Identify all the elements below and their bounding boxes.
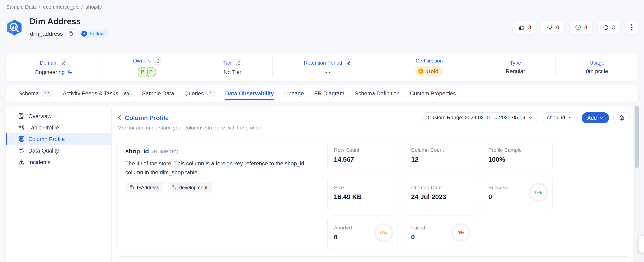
sidebar-item-table-profile[interactable]: Table Profile xyxy=(6,122,112,133)
type-label: Type xyxy=(510,60,521,66)
metric-created-date: Created Date 24 Jul 2023 xyxy=(404,176,475,209)
back-to-profiles[interactable]: Column Profile xyxy=(118,114,169,121)
breadcrumb: Sample Data / ecommerce_db / shopify xyxy=(6,4,102,10)
edit-tier-button[interactable] xyxy=(234,59,242,66)
domain-hierarchy-icon xyxy=(67,70,72,75)
overview-icon xyxy=(18,113,25,119)
tab-schema-definition[interactable]: Schema Definition xyxy=(355,85,400,102)
metric-profile-sample: Profile Sample 100% xyxy=(482,141,553,170)
summary-tier: Tier No Tier xyxy=(192,53,273,81)
entity-name-row: dim_address ★ Follow xyxy=(30,29,108,38)
tag-development[interactable]: development xyxy=(168,182,212,192)
copy-button[interactable] xyxy=(66,29,75,38)
tab-activity-feeds[interactable]: Activity Feeds & Tasks60 xyxy=(63,85,132,102)
tag-icon xyxy=(130,185,134,190)
observability-panel: Overview Table Profile Column Profile xyxy=(6,107,633,262)
tab-schema[interactable]: Schema12 xyxy=(18,85,52,102)
breadcrumb-separator: / xyxy=(39,4,40,10)
data-quality-icon xyxy=(18,147,25,154)
success-percent-ring: 0% xyxy=(529,183,548,202)
retention-label: Retention Period xyxy=(304,60,342,66)
column-summary-card: shop_id (NUMERIC) The ID of the store. T… xyxy=(118,141,327,250)
metric-aborted: Aborted 0 0% xyxy=(327,215,398,250)
tab-er-diagram[interactable]: ER Diagram xyxy=(314,85,344,102)
chevron-down-icon xyxy=(600,116,603,119)
summary-usage: Usage 0th pctile xyxy=(556,53,638,81)
metric-success: Success 0 0% xyxy=(482,176,553,209)
domain-value[interactable]: Engineering xyxy=(35,69,72,75)
sidebar-item-overview[interactable]: Overview xyxy=(6,110,112,122)
page-title: Dim Address xyxy=(30,17,81,26)
tab-queries[interactable]: Queries1 xyxy=(184,85,215,102)
column-selector-dropdown[interactable]: shop_id xyxy=(542,112,578,123)
bigquery-service-icon xyxy=(6,19,23,36)
chevron-left-icon xyxy=(118,115,121,121)
sidebar-item-label: Incidents xyxy=(28,159,50,165)
upvote-button[interactable]: 8 xyxy=(513,21,536,34)
metric-column-count: Column Count 12 xyxy=(404,141,475,170)
settings-button[interactable] xyxy=(613,112,630,123)
sidebar-item-data-quality[interactable]: Data Quality xyxy=(6,145,112,156)
sidebar-item-label: Overview xyxy=(28,113,51,119)
incidents-warning-icon xyxy=(18,159,25,165)
summary-domain: Domain Engineering xyxy=(6,53,102,81)
avatar[interactable]: P xyxy=(138,67,148,77)
tag-label: development xyxy=(179,184,208,190)
watch-button[interactable]: 8 xyxy=(569,21,593,34)
thumbs-up-icon xyxy=(518,24,526,31)
kebab-icon xyxy=(631,24,632,31)
tab-data-observability[interactable]: Data Observability xyxy=(225,85,274,102)
more-options-button[interactable] xyxy=(625,21,638,34)
observability-sidebar: Overview Table Profile Column Profile xyxy=(6,107,112,262)
scrollbar-thumb[interactable] xyxy=(634,106,639,168)
owners-label: Owners xyxy=(133,58,151,64)
tag-ipaddress[interactable]: IPAddress xyxy=(125,182,164,192)
breadcrumb-item-database[interactable]: ecommerce_db xyxy=(43,4,78,10)
tab-custom-properties[interactable]: Custom Properties xyxy=(410,85,456,102)
column-description: The ID of the store. This column is a fo… xyxy=(125,159,321,177)
breadcrumb-item-schema[interactable]: shopify xyxy=(86,4,102,10)
pencil-icon xyxy=(154,58,159,63)
tier-label: Tier xyxy=(223,60,232,66)
edit-retention-button[interactable] xyxy=(344,59,352,66)
downvote-button[interactable]: 0 xyxy=(541,21,564,34)
breadcrumb-separator: / xyxy=(81,4,83,10)
sidebar-item-label: Column Profile xyxy=(28,136,65,142)
failed-percent-ring: 0% xyxy=(451,223,470,242)
version-history-button[interactable]: 3 xyxy=(597,21,620,34)
tab-lineage[interactable]: Lineage xyxy=(284,85,304,102)
header-actions: 8 0 8 3 xyxy=(513,21,639,34)
summary-owners: Owners P P xyxy=(102,53,192,81)
column-data-type: (NUMERIC) xyxy=(152,149,178,154)
gold-medal-icon: ★ xyxy=(418,68,424,74)
column-profile-main: Column Profile Custom Range: 2024-02-01 … xyxy=(112,107,633,262)
version-refresh-icon xyxy=(602,24,609,31)
type-value: Regular xyxy=(506,68,525,74)
certification-label: Certification xyxy=(416,58,443,64)
certification-badge: ★ Gold xyxy=(415,66,443,76)
metric-failed: Failed 0 0% xyxy=(404,215,475,250)
date-range-dropdown[interactable]: Custom Range: 2024-02-01 → 2025-05-19 xyxy=(422,112,538,123)
tier-value: No Tier xyxy=(224,69,242,75)
pencil-icon xyxy=(346,60,350,65)
certification-value: Gold xyxy=(426,68,438,74)
sidebar-item-column-profile[interactable]: Column Profile xyxy=(6,133,112,145)
entity-summary-card: Domain Engineering Owners xyxy=(6,53,638,81)
downvote-count: 0 xyxy=(556,24,559,30)
follow-star-icon: ★ xyxy=(82,31,87,36)
watch-count: 8 xyxy=(584,24,587,30)
copy-icon xyxy=(68,31,74,36)
edit-domain-button[interactable] xyxy=(60,59,68,66)
tag-icon xyxy=(172,185,177,190)
edit-owners-button[interactable] xyxy=(153,57,160,64)
pencil-icon xyxy=(236,60,240,65)
summary-retention: Retention Period - - xyxy=(273,53,383,81)
tab-sample-data[interactable]: Sample Data xyxy=(142,85,174,102)
follow-button[interactable]: ★ Follow xyxy=(79,29,108,38)
add-button[interactable]: Add xyxy=(582,112,609,123)
floating-edit-button[interactable] xyxy=(639,236,644,253)
breadcrumb-item-service[interactable]: Sample Data xyxy=(6,4,36,10)
metric-row-count: Row Count 14,567 xyxy=(327,141,398,170)
upvote-count: 8 xyxy=(528,24,531,30)
sidebar-item-incidents[interactable]: Incidents xyxy=(6,156,112,168)
